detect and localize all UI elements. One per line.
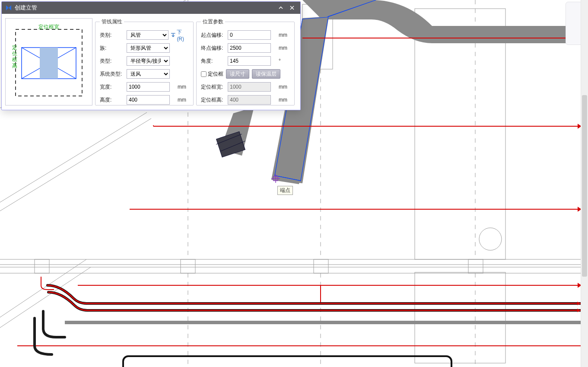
svg-rect-15 — [314, 259, 328, 273]
svg-rect-45 — [123, 356, 451, 367]
angle-unit: ° — [279, 58, 290, 64]
svg-rect-14 — [181, 259, 195, 273]
svg-line-21 — [0, 259, 86, 317]
width-unit: mm — [178, 84, 189, 90]
preview-top-label: 定位框宽 — [38, 24, 59, 30]
box-check-label: 定位框 — [208, 70, 223, 78]
position-params-group: 位置参数 起点偏移: mm 终点偏移: mm 角度: ° 定位 — [196, 18, 295, 105]
start-unit: mm — [279, 32, 290, 38]
collapse-button[interactable] — [275, 3, 286, 13]
svg-line-22 — [0, 267, 91, 328]
close-button[interactable] — [286, 3, 298, 13]
boxh-unit: mm — [279, 97, 290, 103]
family-label: 族: — [100, 45, 127, 52]
category-select[interactable]: 风管 — [127, 30, 168, 40]
chevron-up-icon — [278, 5, 283, 10]
family-select[interactable]: 矩形风管 — [127, 43, 170, 53]
down-action-label: 下(R) — [177, 29, 189, 42]
start-label: 起点偏移: — [201, 32, 228, 39]
boxw-label: 定位框宽: — [201, 83, 228, 91]
width-label: 宽度: — [100, 83, 127, 91]
app-logo-icon — [5, 4, 12, 11]
svg-rect-12 — [415, 272, 505, 363]
read-insulation-button[interactable]: 读保温层 — [252, 69, 280, 79]
type-select[interactable]: 半径弯头/接头 — [127, 56, 170, 66]
svg-rect-60 — [40, 48, 58, 79]
svg-line-19 — [0, 112, 147, 202]
boxw-input — [228, 82, 271, 92]
create-riser-dialog: 创建立管 定位框宽 定 位 框 高 — [1, 1, 301, 110]
endpoint-tooltip: 端点 — [277, 186, 293, 195]
height-label: 高度: — [100, 96, 127, 104]
props-legend: 管线属性 — [100, 18, 124, 26]
boxw-unit: mm — [279, 84, 290, 90]
down-arrow-icon — [170, 32, 176, 38]
down-action[interactable]: 下(R) — [170, 29, 189, 42]
pipe-properties-group: 管线属性 类别: 风管 下(R) — [95, 18, 194, 105]
svg-text:框: 框 — [12, 57, 17, 63]
read-dimension-button[interactable]: 读尺寸 — [226, 69, 249, 79]
svg-marker-49 — [6, 5, 11, 10]
boxh-input — [228, 95, 271, 105]
vertical-scrollbar[interactable] — [581, 0, 588, 367]
end-unit: mm — [279, 45, 290, 51]
svg-text:高: 高 — [12, 63, 17, 69]
category-label: 类别: — [100, 32, 127, 39]
svg-rect-16 — [468, 259, 483, 273]
svg-rect-17 — [35, 259, 49, 273]
end-label: 终点偏移: — [201, 45, 228, 52]
type-label: 类型: — [100, 57, 127, 65]
preview-panel: 定位框宽 定 位 框 高 — [5, 18, 92, 105]
box-checkbox[interactable] — [201, 71, 207, 77]
height-unit: mm — [178, 97, 189, 103]
width-input[interactable] — [127, 82, 170, 92]
pos-legend: 位置参数 — [201, 18, 225, 26]
end-offset-input[interactable] — [228, 43, 271, 53]
start-offset-input[interactable] — [228, 30, 271, 40]
scroll-thumb[interactable] — [582, 95, 587, 277]
svg-text:位: 位 — [12, 51, 17, 57]
height-input[interactable] — [127, 95, 170, 105]
svg-rect-11 — [415, 9, 505, 259]
dialog-titlebar[interactable]: 创建立管 — [2, 2, 300, 14]
close-icon — [289, 5, 295, 10]
systype-select[interactable]: 送风 — [127, 69, 170, 79]
preview-left-label: 定 位 框 高 — [12, 45, 17, 69]
svg-point-13 — [479, 228, 502, 250]
systype-label: 系统类型: — [100, 70, 127, 78]
angle-input[interactable] — [228, 56, 271, 66]
dialog-title: 创建立管 — [15, 4, 275, 12]
angle-label: 角度: — [201, 57, 228, 65]
svg-line-20 — [0, 118, 151, 211]
boxh-label: 定位框高: — [201, 96, 228, 104]
svg-text:定: 定 — [12, 45, 17, 51]
